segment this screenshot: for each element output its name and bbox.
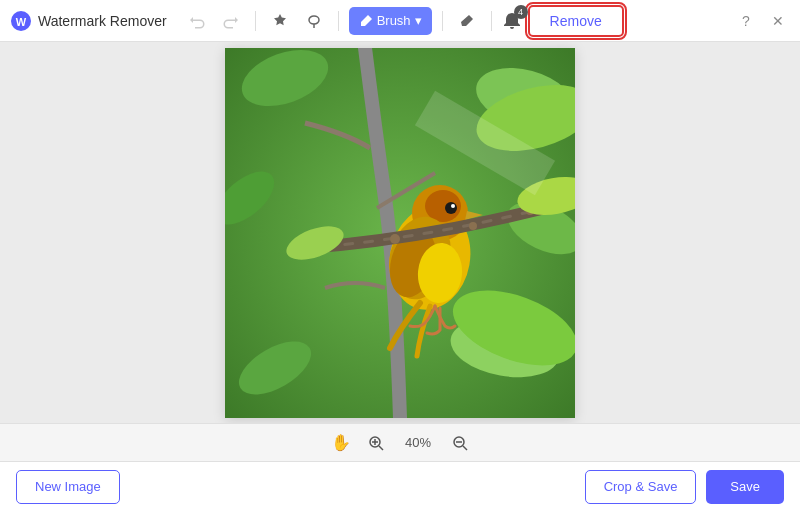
zoom-out-button[interactable] [448,431,472,455]
undo-button[interactable] [183,7,211,35]
lasso-button[interactable] [300,7,328,35]
notification-area: 4 [502,11,522,31]
notification-badge: 4 [514,5,528,19]
svg-point-15 [445,202,457,214]
bottom-bar: New Image Crop & Save Save [0,461,800,511]
svg-point-21 [469,222,477,230]
brush-chevron: ▾ [415,13,422,28]
app-title: Watermark Remover [38,13,167,29]
title-bar: W Watermark Remover [0,0,800,42]
eraser-button[interactable] [453,7,481,35]
zoom-in-button[interactable] [364,431,388,455]
toolbar: Brush ▾ 4 Remove [183,5,734,37]
help-button[interactable]: ? [734,9,758,33]
hand-tool-button[interactable]: ✋ [328,430,354,456]
svg-text:W: W [16,15,27,27]
separator-4 [491,11,492,31]
new-image-button[interactable]: New Image [16,470,120,504]
redo-button[interactable] [217,7,245,35]
app-logo: W [10,10,32,32]
main-image[interactable] [225,48,575,418]
svg-line-31 [463,446,467,450]
svg-line-27 [379,446,383,450]
separator-1 [255,11,256,31]
save-button[interactable]: Save [706,470,784,504]
right-buttons: Crop & Save Save [585,470,784,504]
canvas-area [0,42,800,423]
star-button[interactable] [266,7,294,35]
remove-button[interactable]: Remove [528,5,624,37]
separator-3 [442,11,443,31]
separator-2 [338,11,339,31]
brush-button[interactable]: Brush ▾ [349,7,432,35]
svg-point-20 [390,234,400,244]
svg-point-2 [309,16,319,24]
crop-save-button[interactable]: Crop & Save [585,470,697,504]
image-container [225,48,575,418]
brush-label: Brush [377,13,411,28]
close-button[interactable]: ✕ [766,9,790,33]
svg-point-16 [451,204,455,208]
zoom-bar: ✋ 40% [0,423,800,461]
zoom-percent: 40% [398,435,438,450]
window-controls: ? ✕ [734,9,790,33]
